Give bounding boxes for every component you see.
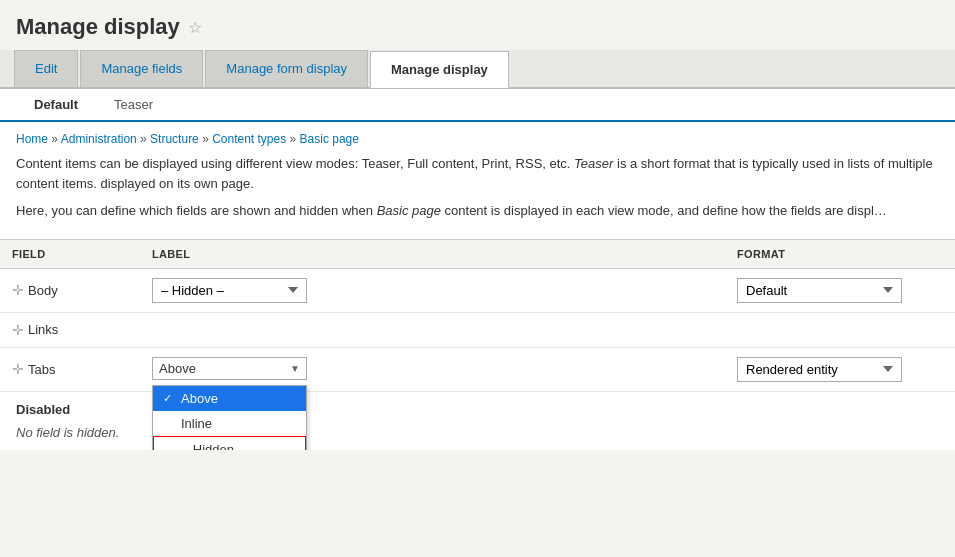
disabled-section: Disabled: [0, 392, 955, 421]
description-2: Here, you can define which fields are sh…: [0, 199, 955, 231]
subtab-default[interactable]: Default: [16, 89, 96, 122]
page-title: Manage display: [16, 14, 180, 40]
breadcrumb-administration[interactable]: Administration: [61, 132, 137, 146]
fields-table: FIELD LABEL FORMAT ✛ Body: [0, 239, 955, 392]
description-1: Content items can be displayed using dif…: [0, 150, 955, 199]
field-label-links: Links: [28, 322, 58, 337]
format-cell-links: [725, 312, 955, 347]
label-cell-tabs: Above ▼ ✓ Above: [140, 347, 725, 391]
disabled-label: Disabled: [16, 402, 70, 417]
col-header-format: FORMAT: [725, 239, 955, 268]
breadcrumb-sep-2: »: [140, 132, 150, 146]
col-header-field: FIELD: [0, 239, 140, 268]
format-cell-tabs: Rendered entity Default Plain text: [725, 347, 955, 391]
table-row: ✛ Links: [0, 312, 955, 347]
field-label-tabs: Tabs: [28, 362, 55, 377]
table-row: ✛ Body – Hidden – Above Inline – Visuall…: [0, 268, 955, 312]
tab-manage-display[interactable]: Manage display: [370, 51, 509, 88]
format-cell-body: Default Plain text Trimmed Summary or tr…: [725, 268, 955, 312]
format-select-tabs[interactable]: Rendered entity Default Plain text: [737, 357, 902, 382]
dropdown-item-hidden[interactable]: – Hidden –: [153, 436, 306, 450]
dropdown-item-inline[interactable]: Inline: [153, 411, 306, 436]
breadcrumb-structure[interactable]: Structure: [150, 132, 199, 146]
breadcrumb-sep-4: »: [290, 132, 300, 146]
page-header: Manage display ☆: [0, 0, 955, 50]
subtab-teaser[interactable]: Teaser: [96, 89, 171, 120]
checkmark-icon: ✓: [163, 392, 177, 405]
table-row: ✛ Tabs Above ▼: [0, 347, 955, 391]
subtabs-bar: Default Teaser: [0, 89, 955, 122]
col-header-label: LABEL: [140, 239, 725, 268]
breadcrumb-content-types[interactable]: Content types: [212, 132, 286, 146]
drag-handle-links[interactable]: ✛: [12, 322, 24, 338]
breadcrumb-home[interactable]: Home: [16, 132, 48, 146]
dropdown-item-above[interactable]: ✓ Above: [153, 386, 306, 411]
tab-edit[interactable]: Edit: [14, 50, 78, 87]
main-tabs-bar: Edit Manage fields Manage form display M…: [0, 50, 955, 88]
tab-manage-fields[interactable]: Manage fields: [80, 50, 203, 87]
breadcrumb-sep-3: »: [202, 132, 212, 146]
no-field-hidden: No field is hidden.: [0, 421, 955, 450]
breadcrumb-sep-1: »: [51, 132, 60, 146]
tabs-label-select-trigger[interactable]: Above ▼: [152, 357, 307, 380]
content-area: Default Teaser Home » Administration » S…: [0, 88, 955, 450]
breadcrumb: Home » Administration » Structure » Cont…: [0, 122, 955, 150]
label-dropdown-menu: ✓ Above Inline – Hidden –: [152, 385, 307, 450]
bookmark-icon[interactable]: ☆: [188, 18, 202, 37]
label-select-body[interactable]: – Hidden – Above Inline – Visually Hidde…: [152, 278, 307, 303]
drag-handle-tabs[interactable]: ✛: [12, 361, 24, 377]
breadcrumb-basic-page[interactable]: Basic page: [300, 132, 359, 146]
label-cell-body: – Hidden – Above Inline – Visually Hidde…: [140, 268, 725, 312]
format-select-body[interactable]: Default Plain text Trimmed Summary or tr…: [737, 278, 902, 303]
tab-manage-form-display[interactable]: Manage form display: [205, 50, 368, 87]
drag-handle-body[interactable]: ✛: [12, 282, 24, 298]
field-label-body: Body: [28, 283, 58, 298]
label-cell-links: [140, 312, 725, 347]
page-wrapper: Manage display ☆ Edit Manage fields Mana…: [0, 0, 955, 450]
label-dropdown-tabs[interactable]: Above ▼ ✓ Above: [152, 357, 713, 380]
chevron-down-icon: ▼: [290, 363, 300, 374]
